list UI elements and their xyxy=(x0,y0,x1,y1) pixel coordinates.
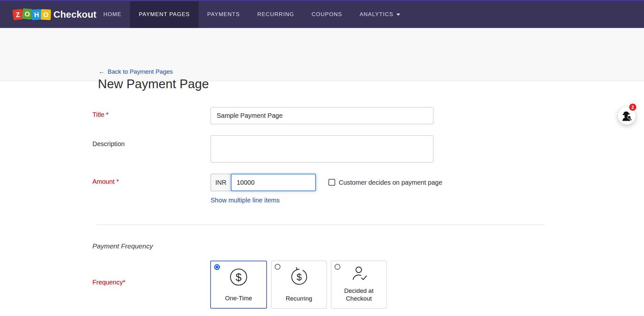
top-navbar: Z O H O Checkout HOME PAYMENT PAGES PAYM… xyxy=(0,0,644,28)
nav-item-payment-pages[interactable]: PAYMENT PAGES xyxy=(130,1,198,28)
logo-tile-o2: O xyxy=(41,9,51,20)
detective-icon xyxy=(621,110,633,122)
nav-item-recurring[interactable]: RECURRING xyxy=(249,1,303,28)
frequency-option-label: Recurring xyxy=(271,295,327,302)
zoho-checkout-logo[interactable]: Z O H O Checkout xyxy=(13,1,97,28)
frequency-option-label: Decided at Checkout xyxy=(331,287,386,302)
svg-text:$: $ xyxy=(296,272,301,282)
nav-item-analytics[interactable]: ANALYTICS xyxy=(351,1,409,28)
amount-input[interactable] xyxy=(231,174,316,191)
show-multiple-line-items-link[interactable]: Show multiple line items xyxy=(211,197,280,204)
description-input[interactable] xyxy=(211,135,433,163)
customer-decides-label: Customer decides on payment page xyxy=(339,179,442,186)
chevron-down-icon xyxy=(396,14,400,16)
back-link-label: Back to Payment Pages xyxy=(108,68,173,75)
logo-tile-o1: O xyxy=(22,8,33,20)
dollar-circle-icon: $ xyxy=(211,267,266,287)
currency-code-box: INR xyxy=(211,174,231,191)
person-check-icon xyxy=(331,265,386,285)
section-divider xyxy=(97,224,545,225)
zoho-logo-tiles: Z O H O xyxy=(13,9,50,20)
title-label: Title * xyxy=(92,111,109,118)
nav-item-coupons[interactable]: COUPONS xyxy=(303,1,351,28)
title-input[interactable] xyxy=(211,107,433,124)
back-arrow-icon: ← xyxy=(99,68,105,75)
notification-badge: 2 xyxy=(629,103,637,111)
amount-label: Amount * xyxy=(92,178,119,185)
nav-item-analytics-label: ANALYTICS xyxy=(360,11,393,18)
frequency-option-recurring[interactable]: $ Recurring xyxy=(271,261,327,309)
logo-tile-z: Z xyxy=(12,9,24,21)
main-navigation: HOME PAYMENT PAGES PAYMENTS RECURRING CO… xyxy=(95,1,409,28)
new-payment-page-screen: Z O H O Checkout HOME PAYMENT PAGES PAYM… xyxy=(0,0,644,316)
nav-item-payments[interactable]: PAYMENTS xyxy=(199,1,249,28)
brand-product-name: Checkout xyxy=(53,9,97,20)
frequency-option-label: One-Time xyxy=(211,294,266,302)
nav-item-home[interactable]: HOME xyxy=(95,1,130,28)
logo-tile-h: H xyxy=(31,9,42,20)
page-header: ← Back to Payment Pages New Payment Page xyxy=(0,28,644,81)
frequency-label: Frequency* xyxy=(92,279,125,286)
page-title: New Payment Page xyxy=(98,77,209,91)
dollar-refresh-icon: $ xyxy=(271,267,327,287)
frequency-option-decided-at-checkout[interactable]: Decided at Checkout xyxy=(331,261,387,309)
description-label: Description xyxy=(92,140,125,148)
svg-text:$: $ xyxy=(236,271,242,283)
customer-decides-checkbox[interactable] xyxy=(328,179,335,186)
frequency-option-one-time[interactable]: $ One-Time xyxy=(210,261,267,309)
back-to-payment-pages-link[interactable]: ← Back to Payment Pages xyxy=(99,68,173,75)
payment-frequency-heading: Payment Frequency xyxy=(92,242,153,250)
